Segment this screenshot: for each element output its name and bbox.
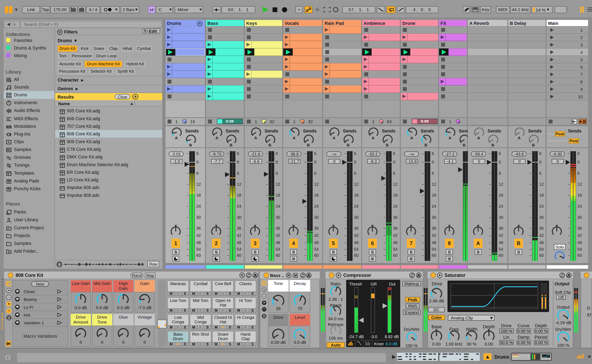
svg-text:R: R [287, 273, 290, 277]
